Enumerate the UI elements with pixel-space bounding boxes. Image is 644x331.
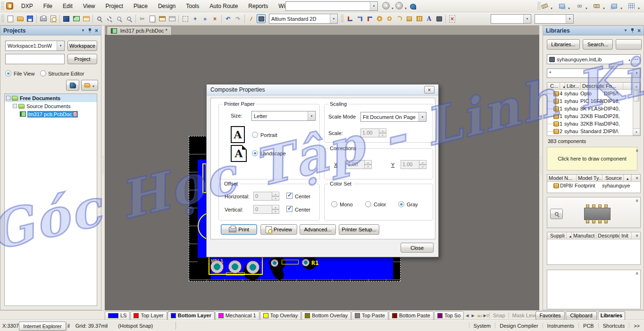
chevron-down-icon[interactable] [418,112,426,121]
workspace-panels-icon[interactable] [82,14,91,23]
zoom-fit-icon[interactable] [95,14,104,23]
spin-down-icon[interactable]: ▼ [272,210,279,214]
layer-tab-top-overlay[interactable]: Top Overlay [260,311,301,320]
component-row[interactable]: 1syhauPIC 16F88DIP18, [547,97,640,105]
structure-editor-radio[interactable] [40,70,46,76]
scale-mode-combo[interactable]: Fit Document On Page [360,112,427,122]
panel-menu-icon[interactable]: ▼ [81,28,85,33]
collapse-icon[interactable]: − [13,104,17,108]
extra-combo-2[interactable] [535,14,574,24]
measure-dropdown-icon[interactable] [550,5,553,10]
back-icon[interactable]: ◀ [382,2,390,9]
collapse-section-icon[interactable]: « [635,234,640,237]
gray-radio[interactable] [398,201,404,207]
copy-icon[interactable] [148,14,157,23]
collapse-section-icon[interactable]: « [635,199,640,202]
draw-component-hint[interactable]: Click here to draw component [547,147,637,170]
menu-place[interactable]: Place [128,0,153,12]
clear-filter-icon[interactable]: × [210,14,219,23]
document-tab[interactable]: lm317 pcb.PcbDoc * [107,26,172,35]
layer-stack-icon[interactable] [557,1,566,10]
vertical-offset-spinner[interactable]: 0 ▲▼ [253,205,279,214]
spin-down-icon[interactable]: ▼ [272,196,279,201]
grid-dropdown-icon[interactable] [637,5,640,10]
view-3d-icon[interactable] [62,14,71,23]
pad[interactable] [210,260,224,273]
spin-up-icon[interactable]: ▲ [272,205,279,210]
toolbar-grip[interactable] [1,2,4,10]
status-menu-pcb[interactable]: PCB [578,323,598,329]
layer-set-tab[interactable]: LS [105,311,130,320]
arc-icon[interactable] [395,14,404,23]
browse-library-icon[interactable] [257,14,266,23]
spin-down-icon[interactable]: ▼ [365,165,372,170]
chevron-down-icon[interactable] [628,57,631,62]
file-view-radio[interactable] [5,70,11,76]
pad[interactable] [302,259,309,266]
tree-item-pcbdoc[interactable]: lm317 pcb.PcbDoc [5,110,97,118]
more-options-icon[interactable]: ⋯ [633,56,638,62]
pad[interactable] [246,261,259,274]
text-tool-icon[interactable]: A [425,14,434,23]
scroll-down-icon[interactable]: ▼ [633,128,640,135]
scale-spinner[interactable]: 1.00 ▲▼ [360,128,386,137]
project-button[interactable]: Project [67,54,97,64]
toolbar-grip[interactable] [341,15,344,23]
print-button[interactable]: Print [221,224,257,235]
move-icon[interactable]: + [191,14,200,23]
portrait-radio[interactable] [252,132,258,138]
tree-item-source-documents[interactable]: − Source Documents [5,102,97,110]
new-document-icon[interactable] [6,14,15,23]
chevron-down-icon[interactable] [370,2,377,10]
preview-button[interactable]: Preview [260,224,297,235]
pad[interactable] [228,260,242,273]
project-field[interactable] [5,54,65,64]
measure-icon[interactable] [540,1,549,10]
supplier-table-header[interactable]: Suppli▲ Manufact Descriptic Init [547,232,640,239]
menu-dxp[interactable]: DXP [16,0,38,12]
collapse-icon[interactable]: − [6,96,10,100]
home-navigator-icon[interactable] [409,2,418,11]
status-menu-shortcuts[interactable]: Shortcuts [598,323,629,329]
pin-icon[interactable] [631,28,634,33]
layer-stack-dropdown-icon[interactable] [568,5,570,10]
array-icon[interactable] [415,14,424,23]
pad[interactable] [271,259,278,267]
center-horizontal-checkbox[interactable] [286,193,293,199]
open-document-button[interactable] [81,80,98,91]
cross-select-icon[interactable]: » [201,14,209,23]
paste-icon[interactable] [158,14,167,23]
internet-explorer-popup[interactable]: Internet Explorer [19,322,66,331]
vcs-button[interactable] [66,80,79,91]
component-row[interactable]: 1syhau32KB Flash, 2DIP28, [547,112,640,120]
layer-tab-bottom-paste[interactable]: Bottom Paste [389,311,434,320]
correction-x-spinner[interactable]: 1.00 ▲▼ [346,160,372,169]
dimension-icon[interactable] [592,1,601,10]
component-row[interactable]: 2syhauStandard 2-\DIP8/\ [547,127,640,135]
layer-tab-mechanical-1[interactable]: Mechanical 1 [215,311,259,320]
components-scrollbar[interactable]: ▲ ▼ [633,83,640,136]
printer-setup-button[interactable]: Printer Setup... [339,224,379,235]
menu-tools[interactable]: Tools [181,0,204,12]
no-erc-icon[interactable]: × [448,14,457,23]
spin-up-icon[interactable]: ▲ [365,160,372,165]
center-vertical-checkbox[interactable] [286,206,293,212]
collapse-section-icon[interactable]: « [635,149,640,152]
find-dropdown-icon[interactable] [585,5,588,10]
toolbar-grip[interactable] [1,15,4,23]
tree-item-free-documents[interactable]: − Free Documents [5,94,97,102]
mask-filter-icon[interactable]: ▶▽ [484,314,489,318]
differential-route-icon[interactable] [365,14,374,23]
status-menu-design-compiler[interactable]: Design Compiler [495,323,542,329]
fill-icon[interactable] [405,14,414,23]
pad-icon[interactable] [375,14,384,23]
layer-tab-top-solder[interactable]: Top So [434,311,464,320]
place-button[interactable] [616,39,642,50]
arrange-icon[interactable] [610,1,619,10]
dialog-title-bar[interactable]: Composite Properties × [207,85,438,95]
horizontal-offset-spinner[interactable]: 0 ▲▼ [253,192,279,201]
close-icon[interactable]: × [637,27,641,34]
component-row[interactable]: 1syhau32KB Flash, 1DIP40, [547,120,640,127]
spin-up-icon[interactable]: ▲ [379,128,386,133]
open-icon[interactable] [16,14,25,23]
